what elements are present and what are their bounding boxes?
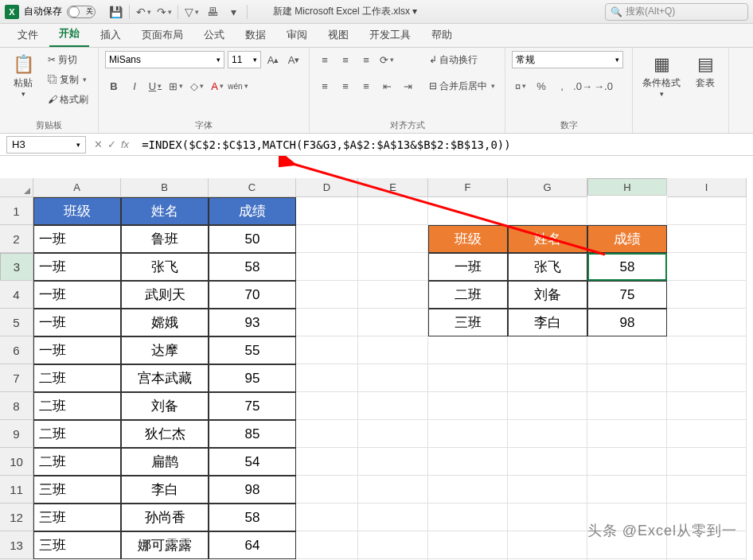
cell[interactable]: 85 [209, 420, 296, 448]
save-icon[interactable]: 💾 [107, 3, 124, 21]
conditional-format-button[interactable]: ▦ 条件格式 ▾ [639, 51, 684, 101]
print-icon[interactable]: 🖶 [204, 3, 221, 21]
name-box[interactable]: H3 ▾ [6, 136, 86, 154]
cell[interactable]: 54 [209, 448, 296, 476]
cell[interactable]: 一班 [33, 281, 121, 309]
cell[interactable]: 58 [587, 253, 667, 281]
cell[interactable] [428, 504, 508, 531]
cell[interactable] [358, 448, 428, 476]
merge-center-button[interactable]: ⊟合并后居中 [426, 77, 498, 95]
cell[interactable]: 93 [209, 309, 296, 336]
font-color-button[interactable]: A [209, 77, 226, 95]
align-left-icon[interactable]: ≡ [316, 77, 334, 95]
col-header-C[interactable]: C [209, 178, 296, 197]
decrease-indent-icon[interactable]: ⇤ [378, 77, 396, 95]
col-header-B[interactable]: B [121, 178, 209, 197]
undo-icon[interactable]: ↶ [135, 3, 152, 21]
cell[interactable]: 三班 [33, 476, 121, 504]
cell[interactable]: 58 [209, 253, 296, 281]
cell[interactable]: 二班 [428, 281, 508, 309]
fx-icon[interactable]: fx [121, 138, 129, 150]
tab-home[interactable]: 开始 [49, 21, 89, 47]
cell[interactable]: 李白 [508, 309, 587, 336]
cell[interactable] [587, 336, 667, 364]
cell[interactable] [667, 476, 747, 504]
row-header-7[interactable]: 7 [0, 364, 33, 392]
cell[interactable] [296, 225, 358, 253]
cell[interactable] [296, 253, 358, 281]
cell[interactable]: 75 [209, 392, 296, 420]
cell[interactable] [508, 336, 587, 364]
font-name-select[interactable]: MiSans▾ [105, 51, 224, 68]
cell[interactable] [508, 197, 587, 225]
cell[interactable]: 二班 [33, 420, 121, 448]
format-painter-button[interactable]: 🖌格式刷 [45, 91, 92, 108]
cell[interactable] [296, 281, 358, 309]
cell[interactable] [358, 531, 428, 559]
cell[interactable]: 75 [587, 281, 667, 309]
cell[interactable] [508, 364, 587, 392]
cell[interactable]: 成绩 [587, 225, 667, 253]
comma-icon[interactable]: , [553, 77, 571, 95]
tab-data[interactable]: 数据 [236, 23, 275, 47]
cell[interactable] [428, 392, 508, 420]
cell[interactable] [667, 225, 747, 253]
increase-decimal-icon[interactable]: .0→ [574, 77, 591, 95]
cell[interactable]: 一班 [33, 309, 121, 336]
col-header-A[interactable]: A [33, 178, 121, 197]
cell[interactable]: 三班 [33, 504, 121, 531]
cell[interactable] [296, 336, 358, 364]
number-format-select[interactable]: 常规▾ [512, 51, 623, 68]
tab-view[interactable]: 视图 [318, 23, 358, 47]
cell[interactable]: 宫本武藏 [121, 364, 209, 392]
paste-button[interactable]: 📋 粘贴 ▾ [6, 51, 40, 101]
tab-review[interactable]: 审阅 [277, 23, 317, 47]
cell[interactable] [358, 336, 428, 364]
cell-area[interactable]: 班级姓名成绩一班鲁班50班级姓名成绩一班张飞58一班张飞58一班武则天70二班刘… [33, 197, 753, 560]
cell[interactable]: 一班 [33, 336, 121, 364]
cell[interactable] [296, 504, 358, 531]
cell[interactable] [296, 448, 358, 476]
cell[interactable]: 扁鹊 [121, 448, 209, 476]
font-size-select[interactable]: 11▾ [228, 51, 261, 68]
cell[interactable] [296, 392, 358, 420]
wrap-text-button[interactable]: ↲自动换行 [426, 51, 498, 68]
spreadsheet-grid[interactable]: ABCDEFGHI 1234567891011121314 班级姓名成绩一班鲁班… [0, 178, 753, 560]
cell[interactable]: 班级 [33, 197, 121, 225]
cell[interactable] [428, 531, 508, 559]
cell[interactable] [667, 448, 747, 476]
cell[interactable] [667, 281, 747, 309]
cell[interactable]: 二班 [33, 392, 121, 420]
align-bottom-icon[interactable]: ≡ [357, 51, 375, 68]
tab-developer[interactable]: 开发工具 [360, 23, 420, 47]
cell[interactable] [667, 336, 747, 364]
cell[interactable] [358, 253, 428, 281]
cell[interactable]: 70 [209, 281, 296, 309]
toggle-switch[interactable]: 关 [67, 6, 96, 18]
cell[interactable] [587, 197, 667, 225]
row-header-11[interactable]: 11 [0, 476, 33, 504]
align-top-icon[interactable]: ≡ [316, 51, 334, 68]
col-header-E[interactable]: E [358, 178, 428, 197]
cell[interactable] [358, 504, 428, 531]
cell[interactable]: 李白 [121, 476, 209, 504]
align-center-icon[interactable]: ≡ [337, 77, 354, 95]
search-input[interactable]: 🔍 搜索(Alt+Q) [605, 3, 748, 21]
cell[interactable]: 一班 [33, 253, 121, 281]
cell[interactable]: 一班 [428, 253, 508, 281]
tab-help[interactable]: 帮助 [422, 23, 462, 47]
cell[interactable] [587, 364, 667, 392]
cell[interactable] [358, 309, 428, 336]
align-right-icon[interactable]: ≡ [357, 77, 375, 95]
col-header-D[interactable]: D [296, 178, 358, 197]
cell[interactable] [358, 392, 428, 420]
row-header-8[interactable]: 8 [0, 392, 33, 420]
autosave-toggle[interactable]: 自动保存 关 [24, 5, 100, 18]
cell[interactable] [587, 448, 667, 476]
tab-insert[interactable]: 插入 [91, 23, 131, 47]
currency-icon[interactable]: ¤ [512, 77, 529, 95]
cell[interactable] [358, 364, 428, 392]
row-header-1[interactable]: 1 [0, 197, 33, 225]
increase-font-icon[interactable]: A▴ [264, 51, 282, 68]
cell[interactable]: 狄仁杰 [121, 420, 209, 448]
